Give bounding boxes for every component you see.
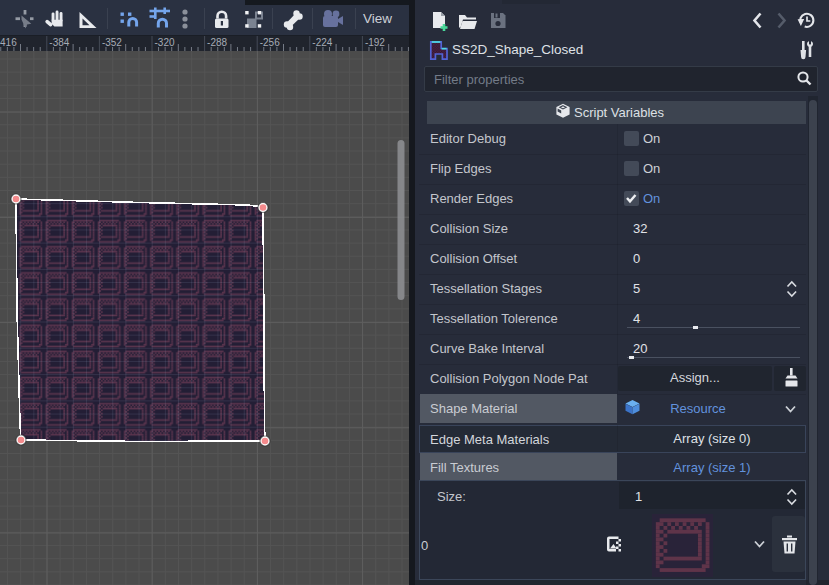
svg-text:-224: -224 <box>312 37 332 48</box>
svg-text:-352: -352 <box>102 37 122 48</box>
svg-text:-288: -288 <box>207 37 227 48</box>
svg-text:-192: -192 <box>365 37 385 48</box>
svg-text:-384: -384 <box>49 37 69 48</box>
svg-text:-256: -256 <box>260 37 280 48</box>
svg-text:-416: -416 <box>0 37 17 48</box>
svg-text:-320: -320 <box>155 37 175 48</box>
